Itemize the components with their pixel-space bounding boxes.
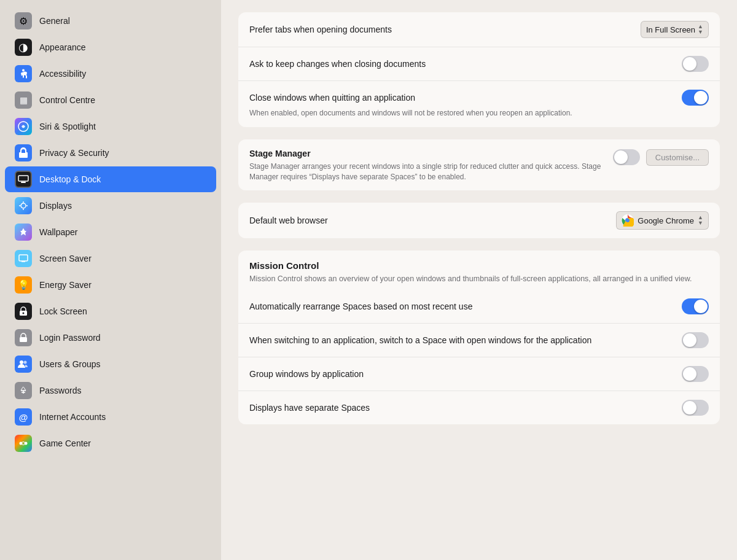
svg-rect-13 — [20, 337, 27, 342]
svg-point-12 — [23, 313, 25, 314]
toggle-knob — [683, 57, 696, 71]
sidebar-item-login-password[interactable]: Login Password — [5, 325, 216, 351]
dropdown-arrows-icon: ▲ ▼ — [698, 24, 703, 35]
close-windows-row: Close windows when quitting an applicati… — [238, 81, 720, 127]
main-content: Prefer tabs when opening documents In Fu… — [221, 0, 737, 560]
users-groups-icon — [15, 356, 32, 373]
group-windows-label: Group windows by application — [249, 369, 682, 379]
sidebar-label-general: General — [39, 16, 70, 26]
separate-spaces-label: Displays have separate Spaces — [249, 403, 682, 413]
sidebar-label-users-groups: Users & Groups — [39, 359, 101, 369]
sidebar-label-desktop-dock: Desktop & Dock — [39, 174, 101, 184]
sidebar-item-desktop-dock[interactable]: Desktop & Dock — [5, 166, 216, 192]
toggle-knob — [694, 300, 708, 313]
toggle-knob — [614, 150, 628, 164]
browser-card: Default web browser Google Chrome ▲ ▼ — [238, 203, 720, 238]
sidebar-label-siri: Siri & Spotlight — [39, 122, 96, 131]
sidebar-label-screen-saver: Screen Saver — [39, 254, 92, 263]
desktop-dock-icon — [15, 171, 32, 188]
energy-saver-icon: 💡 — [15, 276, 32, 294]
lock-screen-icon — [15, 303, 32, 320]
sidebar-item-appearance[interactable]: ◑ Appearance — [5, 34, 216, 60]
sidebar-label-control-centre: Control Centre — [39, 95, 95, 105]
privacy-icon — [15, 144, 32, 161]
sidebar-item-internet-accounts[interactable]: @ Internet Accounts — [5, 404, 216, 430]
stage-manager-label: Stage Manager — [249, 149, 311, 158]
group-windows-toggle[interactable] — [682, 366, 709, 382]
internet-accounts-icon: @ — [15, 408, 32, 426]
displays-icon — [15, 197, 32, 214]
browser-dropdown-arrows-icon: ▲ ▼ — [698, 215, 703, 226]
default-browser-label: Default web browser — [249, 216, 616, 225]
sidebar-item-wallpaper[interactable]: Wallpaper — [5, 219, 216, 245]
sidebar-item-general[interactable]: ⚙ General — [5, 8, 216, 34]
ask-keep-changes-toggle[interactable] — [682, 56, 709, 72]
auto-rearrange-toggle[interactable] — [682, 298, 709, 314]
close-windows-label: Close windows when quitting an applicati… — [249, 93, 682, 103]
svg-point-0 — [22, 69, 25, 72]
sidebar-item-energy-saver[interactable]: 💡 Energy Saver — [5, 272, 216, 298]
auto-rearrange-row: Automatically rearrange Spaces based on … — [238, 290, 720, 324]
ask-keep-changes-row: Ask to keep changes when closing documen… — [238, 47, 720, 81]
svg-point-23 — [626, 219, 630, 222]
svg-rect-3 — [21, 182, 26, 183]
appearance-icon: ◑ — [15, 39, 32, 56]
sidebar-item-control-centre[interactable]: ▦ Control Centre — [5, 87, 216, 113]
group-windows-row: Group windows by application — [238, 357, 720, 391]
toggle-knob — [694, 91, 708, 104]
passwords-icon — [15, 382, 32, 399]
sidebar-item-screen-saver[interactable]: Screen Saver — [5, 246, 216, 271]
sidebar-label-login-password: Login Password — [39, 333, 101, 343]
game-center-icon — [15, 435, 32, 452]
close-windows-description: When enabled, open documents and windows… — [249, 108, 572, 119]
sidebar-label-internet-accounts: Internet Accounts — [39, 412, 106, 422]
wallpaper-icon — [15, 224, 32, 241]
stage-manager-toggle[interactable] — [613, 149, 640, 165]
mission-control-card: Mission Control Mission Control shows an… — [238, 251, 720, 424]
mission-control-header: Mission Control Mission Control shows an… — [238, 251, 720, 289]
separate-spaces-toggle[interactable] — [682, 400, 709, 416]
svg-point-15 — [24, 361, 27, 364]
chrome-icon — [622, 214, 634, 227]
ask-keep-changes-label: Ask to keep changes when closing documen… — [249, 59, 682, 69]
prefer-tabs-label: Prefer tabs when opening documents — [249, 25, 641, 34]
stage-manager-row: Stage Manager Stage Manager arranges you… — [238, 139, 720, 191]
svg-point-14 — [20, 360, 23, 364]
sidebar-item-accessibility[interactable]: Accessibility — [5, 61, 216, 87]
screen-saver-icon — [15, 250, 32, 267]
tabs-docs-card: Prefer tabs when opening documents In Fu… — [238, 12, 720, 127]
toggle-knob — [683, 333, 696, 347]
sidebar-label-energy-saver: Energy Saver — [39, 280, 92, 290]
sidebar-label-game-center: Game Center — [39, 438, 91, 448]
auto-rearrange-label: Automatically rearrange Spaces based on … — [249, 301, 682, 311]
default-browser-row: Default web browser Google Chrome ▲ ▼ — [238, 203, 720, 238]
stage-manager-description: Stage Manager arranges your recent windo… — [249, 161, 606, 182]
general-icon: ⚙ — [15, 12, 32, 29]
siri-icon — [15, 118, 32, 135]
sidebar: ⚙ General ◑ Appearance Accessibility ▦ C… — [0, 0, 221, 560]
separate-spaces-row: Displays have separate Spaces — [238, 391, 720, 424]
accessibility-icon — [15, 65, 32, 82]
sidebar-label-displays: Displays — [39, 201, 72, 211]
sidebar-item-displays[interactable]: Displays — [5, 193, 216, 219]
sidebar-item-lock-screen[interactable]: Lock Screen — [5, 298, 216, 324]
mission-control-desc: Mission Control shows an overview of you… — [249, 273, 709, 284]
login-password-icon — [15, 329, 32, 346]
customise-button[interactable]: Customise... — [646, 149, 709, 166]
prefer-tabs-dropdown[interactable]: In Full Screen ▲ ▼ — [641, 21, 709, 38]
stage-manager-card: Stage Manager Stage Manager arranges you… — [238, 139, 720, 191]
sidebar-label-privacy: Privacy & Security — [39, 148, 109, 158]
sidebar-item-siri[interactable]: Siri & Spotlight — [5, 114, 216, 139]
toggle-knob — [683, 401, 696, 414]
prefer-tabs-value: In Full Screen — [646, 25, 695, 34]
switch-space-label: When switching to an application, switch… — [249, 335, 682, 345]
sidebar-item-game-center[interactable]: Game Center — [5, 430, 216, 456]
toggle-knob — [683, 367, 696, 381]
sidebar-item-passwords[interactable]: Passwords — [5, 378, 216, 403]
close-windows-toggle[interactable] — [682, 90, 709, 106]
browser-dropdown[interactable]: Google Chrome ▲ ▼ — [616, 211, 709, 230]
sidebar-item-privacy[interactable]: Privacy & Security — [5, 140, 216, 166]
sidebar-label-appearance: Appearance — [39, 42, 86, 52]
switch-space-toggle[interactable] — [682, 332, 709, 348]
sidebar-item-users-groups[interactable]: Users & Groups — [5, 351, 216, 377]
